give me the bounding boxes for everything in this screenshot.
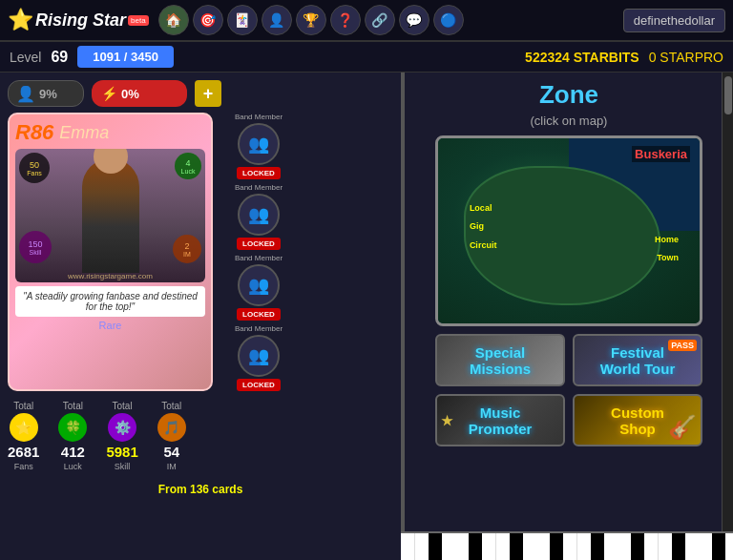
level-value: 69 [51, 49, 68, 66]
band-slot-4: Band Member 👥 LOCKED [220, 324, 297, 391]
scrollbar[interactable] [722, 73, 733, 560]
total-skill: Total ⚙️ 5981 Skill [106, 401, 137, 471]
username-display[interactable]: definethedollar [623, 9, 725, 32]
scrollbar-thumb[interactable] [724, 76, 732, 114]
special-missions-label: Special Missions [470, 344, 531, 377]
map-label-gig: Gig [470, 221, 484, 231]
festival-world-tour-label: Festival World Tour [600, 344, 676, 377]
zone-subtitle: (click on map) [531, 114, 608, 128]
piano-keys-decoration [401, 531, 733, 560]
level-bar: Level 69 1091 / 3450 522324 STARBITS 0 S… [0, 42, 733, 73]
im-icon: 🎵 [157, 413, 186, 442]
festival-world-tour-button[interactable]: Festival World Tour PASS [573, 334, 702, 386]
plus-button[interactable]: + [195, 80, 221, 107]
band-slot-2-label: Band Member [235, 183, 283, 192]
luck-label: Luck [64, 462, 82, 471]
band-slot-3-locked: LOCKED [237, 308, 281, 321]
app-logo: ⭐ Rising Star beta [8, 8, 149, 32]
trophy-icon[interactable]: 🏆 [296, 5, 326, 35]
hive-icon[interactable]: 🔗 [365, 5, 395, 35]
energy-value: 9% [39, 87, 57, 101]
card-area: R86 Emma 50 Fans 4 Luck 150 Skill [8, 113, 393, 391]
map-label-local: Local [470, 203, 492, 213]
from-cards-label: From 136 cards [8, 483, 393, 496]
hunger-bar: ⚡ 0% [92, 80, 187, 107]
custom-shop-button[interactable]: Custom Shop 🎸 [573, 394, 702, 446]
card-rank: R86 [15, 120, 53, 145]
right-panel: Zone (click on map) Buskeria Local Gig C… [405, 73, 733, 560]
home-icon[interactable]: 🏠 [158, 5, 189, 35]
band-slot-2: Band Member 👥 LOCKED [220, 183, 297, 250]
card-rarity: Rare [15, 320, 205, 331]
profile-icon[interactable]: 👤 [262, 5, 292, 35]
band-slot-3-icon[interactable]: 👥 [238, 264, 280, 306]
top-navigation: ⭐ Rising Star beta 🏠 🎯 🃏 👤 🏆 ❓ 🔗 💬 🔵 def… [0, 0, 733, 42]
xp-value: 1091 / 3450 [93, 50, 158, 64]
discord-icon[interactable]: 💬 [399, 5, 429, 35]
character-card[interactable]: R86 Emma 50 Fans 4 Luck 150 Skill [8, 113, 213, 391]
card-quote: "A steadily growing fanbase and destined… [15, 286, 205, 317]
beta-badge: beta [128, 15, 149, 26]
band-slot-2-locked: LOCKED [237, 238, 281, 250]
luck-value: 412 [61, 444, 85, 460]
map-label-buskeria: Buskeria [632, 146, 690, 162]
starpro-amount: 0 [649, 50, 657, 65]
custom-shop-label: Custom Shop [611, 404, 664, 437]
starbits-amount: 522324 [525, 50, 570, 65]
total-fans-heading: Total [13, 401, 33, 411]
fans-icon: ⭐ [10, 413, 38, 442]
help-icon[interactable]: ❓ [330, 5, 361, 35]
starbits-display: 522324 STARBITS [525, 50, 639, 65]
total-fans: Total ⭐ 2681 Fans [8, 401, 39, 471]
band-slot-1-label: Band Member [235, 113, 283, 121]
card-count: 136 [190, 483, 209, 496]
band-slot-4-locked: LOCKED [237, 379, 281, 391]
card-header: R86 Emma [15, 120, 205, 145]
card-stat-im: 2 IM [173, 235, 201, 263]
band-slot-2-icon[interactable]: 👥 [238, 194, 280, 236]
card-name: Emma [59, 123, 109, 143]
total-im-heading: Total [161, 401, 181, 411]
starpro-display: 0 STARPRO [649, 50, 723, 65]
zone-title: Zone [539, 80, 598, 110]
band-slot-4-label: Band Member [235, 324, 283, 333]
guitar-icon: 🎸 [668, 414, 697, 441]
card-stat-fans: 50 Fans [19, 153, 50, 183]
hunger-value: 0% [121, 87, 139, 101]
card-website: www.risingstargame.com [68, 272, 153, 280]
skill-icon: ⚙️ [108, 413, 136, 442]
map-label-hometownb: Town [657, 253, 679, 262]
level-label: Level [10, 50, 41, 65]
skill-label: Skill [115, 462, 131, 471]
band-slot-1-icon[interactable]: 👥 [238, 123, 280, 165]
music-promoter-button[interactable]: ★ Music Promoter [435, 394, 565, 446]
card-figure [82, 158, 139, 273]
main-layout: 👤 9% ⚡ 0% + R86 Emma 50 [0, 73, 733, 560]
fans-label: Fans [14, 462, 33, 471]
zone-map[interactable]: Buskeria Local Gig Circuit Home Town [435, 135, 702, 326]
totals-row: Total ⭐ 2681 Fans Total 🍀 412 Luck Total… [8, 397, 393, 475]
card-stat-luck: 4 Luck [175, 153, 201, 179]
map-label-circuit: Circuit [470, 240, 497, 250]
star-deco-icon: ★ [441, 413, 453, 428]
target-icon[interactable]: 🎯 [193, 5, 223, 35]
skill-value: 5981 [106, 444, 137, 460]
band-slot-4-icon[interactable]: 👥 [238, 335, 280, 377]
card-image: 50 Fans 4 Luck 150 Skill 2 IM [15, 149, 205, 282]
band-slot-3: Band Member 👥 LOCKED [220, 254, 297, 321]
total-skill-heading: Total [113, 401, 133, 411]
im-label: IM [167, 462, 177, 471]
cards-icon[interactable]: 🃏 [227, 5, 258, 35]
special-missions-button[interactable]: Special Missions [435, 334, 565, 386]
band-slot-3-label: Band Member [235, 254, 283, 262]
total-luck: Total 🍀 412 Luck [58, 401, 87, 471]
band-slot-1-locked: LOCKED [237, 167, 281, 179]
im-value: 54 [163, 444, 179, 460]
fans-value: 2681 [8, 444, 39, 460]
app-title: Rising Star [35, 10, 126, 31]
map-label-hometown: Home [655, 235, 679, 244]
facebook-icon[interactable]: 🔵 [433, 5, 464, 35]
starbits-label: STARBITS [574, 50, 639, 65]
total-luck-heading: Total [63, 401, 83, 411]
card-stat-skill: 150 Skill [19, 231, 52, 263]
